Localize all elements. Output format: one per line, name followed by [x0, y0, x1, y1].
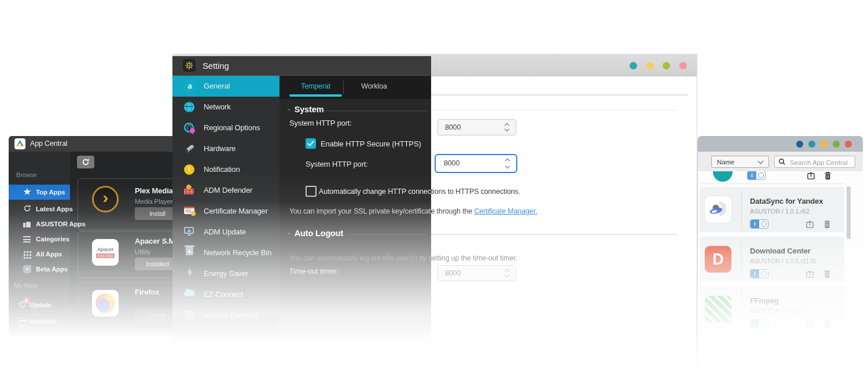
grid-icon [23, 251, 31, 259]
sidebar-item-asustor-apps[interactable]: ASUSTOR Apps [9, 216, 70, 232]
system-heading-line [325, 111, 427, 111]
sidebar-item-beta-apps[interactable]: < Beta Apps [9, 262, 70, 277]
refresh-icon [82, 158, 90, 166]
app-enable-toggle[interactable]: I [747, 171, 766, 180]
spinner-down-icon [505, 273, 509, 277]
auto-logout-section-line [431, 234, 677, 235]
sidebar-item-installed[interactable]: Installed [9, 314, 70, 329]
window-button-green[interactable] [663, 62, 670, 69]
collapse-icon[interactable]: - [288, 105, 290, 114]
thumbs-up-icon [23, 221, 31, 227]
app-row-download-center[interactable]: D Download Center ASUSTOR / 1.0.5.r1170 … [700, 237, 844, 282]
app-enable-toggle[interactable]: I [750, 269, 768, 278]
window-button-teal[interactable] [808, 141, 815, 148]
tab-temperature[interactable]: Temperat [289, 76, 342, 97]
window-button-blue[interactable] [796, 141, 803, 148]
sidebar-item-categories[interactable]: Categories [9, 232, 70, 247]
system-heading: -System [288, 105, 323, 114]
sort-select[interactable]: Name [711, 156, 769, 168]
http-port-spinner[interactable]: 8000 [437, 119, 516, 135]
uninstall-trash-icon[interactable] [823, 319, 831, 330]
settings-nav-manual-connect[interactable]: Manual Connect [172, 305, 279, 326]
app-row-datasync[interactable]: DataSync for Yandex ASUSTOR / 1.0.1.r62 … [700, 187, 844, 232]
timeout-spinner-disabled[interactable]: 8000 [437, 265, 516, 281]
settings-nav-notification[interactable]: Notification [172, 159, 279, 180]
sidebar-item-all-apps[interactable]: All Apps [9, 247, 70, 262]
uninstall-trash-icon[interactable] [823, 270, 831, 281]
open-app-icon[interactable] [806, 319, 814, 330]
auto-redirect-checkbox-unchecked[interactable] [306, 186, 317, 197]
scrollbar-thumb[interactable] [847, 186, 851, 239]
installed-box-icon [19, 318, 27, 326]
settings-nav-ez-connect[interactable]: EZ-Connect [172, 284, 279, 305]
app-central-title: App Central [30, 136, 67, 152]
window-button-yellow[interactable] [821, 141, 827, 148]
tabbar-bottom-line [431, 94, 689, 95]
asustor-logo-icon [184, 80, 196, 92]
row-separator [699, 183, 844, 184]
collapse-icon[interactable]: - [288, 229, 290, 238]
system-section-line [431, 110, 677, 111]
open-app-icon[interactable] [807, 171, 815, 182]
ffmpeg-icon [704, 295, 732, 323]
globe-pin-icon [184, 123, 194, 133]
open-app-icon[interactable] [806, 220, 814, 231]
firewall-icon [184, 189, 194, 194]
https-checkbox-checked[interactable] [306, 138, 316, 149]
apps-window-titlebar [698, 136, 863, 152]
beta-icon: < [23, 265, 31, 273]
https-port-spinner-focused[interactable]: 8000 [435, 154, 517, 173]
sidebar-item-top-apps[interactable]: Top Apps [9, 185, 70, 200]
auto-logout-heading: -Auto Logout [288, 229, 343, 238]
settings-nav-adm-defender[interactable]: ADM Defender [172, 180, 279, 201]
settings-nav-hardware[interactable]: Hardware [172, 138, 279, 159]
app-row-ffmpeg[interactable]: FFmpeg ASUSTOR / 4.2.r11 I [700, 286, 844, 332]
toggle-off-indicator [759, 270, 768, 278]
app-central-logo-icon [14, 138, 25, 149]
settings-nav-network-recycle-bin[interactable]: Network Recycle Bin [172, 243, 279, 263]
firefox-icon [92, 290, 119, 317]
certificate-icon [184, 207, 194, 214]
dotted-divider [741, 291, 742, 327]
auto-logout-heading-line [350, 234, 427, 235]
yandex-disk-icon [704, 196, 732, 223]
settings-nav-energy-saver[interactable]: Energy Saver [172, 263, 279, 284]
download-center-icon: D [704, 245, 732, 273]
tab-bar: Temperat Workloa [279, 76, 431, 99]
certificate-manager-link[interactable]: Certificate Manager. [474, 207, 537, 215]
star-icon [23, 188, 31, 196]
search-input[interactable] [789, 156, 855, 168]
window-button-yellow[interactable] [646, 62, 654, 69]
settings-nav-adm-update[interactable]: ADM Update [172, 222, 279, 243]
uninstall-trash-icon[interactable] [824, 171, 832, 182]
refresh-button[interactable] [77, 156, 94, 168]
open-app-icon[interactable] [806, 270, 814, 281]
lightning-icon [186, 267, 193, 277]
list-icon [23, 236, 31, 243]
settings-nav-network[interactable]: Network [172, 97, 279, 117]
app-central-sidebar: Browse Top Apps Latest Apps ASUSTOR Apps [9, 152, 70, 344]
ssl-note: You can import your SSL private key/cert… [289, 207, 431, 216]
sidebar-item-update[interactable]: 2 Update [9, 297, 70, 313]
tab-workload[interactable]: Workloa [344, 76, 404, 97]
app-enable-toggle[interactable]: I [750, 319, 768, 328]
https-port-label: System HTTP port: [306, 160, 368, 168]
window-button-teal[interactable] [630, 62, 637, 69]
window-button-red[interactable] [845, 141, 852, 148]
auto-redirect-label: Automatically change HTTP connections to… [319, 187, 431, 196]
window-button-green[interactable] [833, 141, 840, 148]
app-enable-toggle[interactable]: I [750, 219, 768, 229]
recycle-bin-icon [186, 247, 193, 255]
sidebar-item-latest-apps[interactable]: Latest Apps [9, 201, 70, 216]
my-apps-section-label: My Apps [14, 282, 38, 289]
settings-nav-regional-options[interactable]: Regional Options [172, 117, 279, 138]
cloud-icon [184, 291, 195, 296]
settings-nav-certificate-manager[interactable]: Certificate Manager [172, 201, 279, 222]
settings-nav-general[interactable]: General [172, 76, 279, 97]
manual-connect-icon [186, 311, 194, 319]
apacer-icon: Apacer NAS SSD [92, 239, 119, 266]
uninstall-trash-icon[interactable] [823, 220, 831, 231]
browse-section-label: Browse [16, 171, 37, 178]
window-button-pink[interactable] [679, 62, 687, 69]
https-checkbox-label: Enable HTTP Secure (HTTPS) [321, 139, 421, 148]
